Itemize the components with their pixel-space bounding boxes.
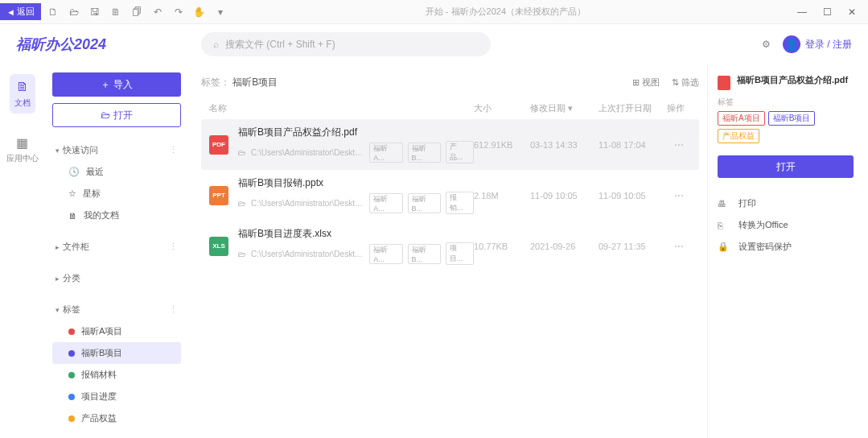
close-icon[interactable]: ✕ bbox=[848, 6, 856, 18]
export-icon[interactable]: 🗍 bbox=[131, 6, 142, 18]
file-name: 福昕B项目报销.pptx bbox=[238, 176, 474, 190]
sidebar-tag-item[interactable]: 福昕A项目 bbox=[52, 320, 181, 342]
open-file-icon[interactable]: 🗁 bbox=[68, 6, 80, 18]
view-toggle[interactable]: ⊞ 视图 bbox=[632, 76, 660, 89]
search-input[interactable]: ⌕ 搜索文件 (Ctrl + Shift + F) bbox=[201, 32, 491, 56]
main: 🗎 文档 ▦ 应用中心 ＋ 导入 🗁 打开 ▾快速访问 ⋮ 🕓最近☆星标🗎我的文… bbox=[0, 64, 868, 438]
file-path: C:\Users\Administrator\Deskto... bbox=[251, 250, 364, 258]
sidebar-tag-item[interactable]: 产品权益 bbox=[52, 407, 181, 429]
section-quick[interactable]: ▾快速访问 ⋮ bbox=[52, 139, 181, 161]
tag-dot-icon bbox=[68, 350, 75, 357]
new-file-icon[interactable]: 🗋 bbox=[47, 6, 59, 18]
save-icon[interactable]: 🖫 bbox=[89, 6, 101, 18]
file-size: 612.91KB bbox=[474, 140, 530, 150]
sidebar-tag-item[interactable]: 福昕B项目 bbox=[52, 342, 181, 364]
undo-icon[interactable]: ↶ bbox=[152, 6, 163, 18]
detail-action[interactable]: 🔒设置密码保护 bbox=[718, 236, 854, 258]
file-name: 福昕B项目产品权益介绍.pdf bbox=[238, 126, 474, 139]
col-modified[interactable]: 修改日期 ▾ bbox=[530, 102, 599, 114]
back-arrow-icon: ◄ bbox=[6, 7, 15, 17]
file-size: 10.77KB bbox=[474, 242, 530, 251]
pdf-icon: PDF bbox=[209, 135, 228, 155]
import-button[interactable]: ＋ 导入 bbox=[52, 72, 181, 97]
file-path: C:\Users\Administrator\Deskto... bbox=[251, 148, 364, 157]
col-size[interactable]: 大小 bbox=[474, 102, 530, 114]
more-icon[interactable]: ⋮ bbox=[169, 304, 178, 315]
chevron-down-icon: ▾ bbox=[56, 306, 60, 314]
file-tag-chip: 报销... bbox=[446, 192, 474, 214]
section-category[interactable]: ▸分类 bbox=[52, 267, 181, 289]
row-more-icon[interactable]: ⋯ bbox=[667, 241, 691, 252]
item-icon: ☆ bbox=[68, 188, 76, 199]
folder-tiny-icon: 🗁 bbox=[238, 250, 246, 258]
sidebar-quick-item[interactable]: ☆星标 bbox=[52, 183, 181, 205]
chevron-right-icon: ▸ bbox=[56, 243, 60, 251]
tag-dot-icon bbox=[68, 328, 75, 335]
sidebar-tag-item[interactable]: 报销材料 bbox=[52, 364, 181, 386]
column-headers: 名称 大小 修改日期 ▾ 上次打开日期 操作 bbox=[201, 97, 699, 119]
maximize-icon[interactable]: ☐ bbox=[823, 6, 832, 18]
detail-action[interactable]: ⎘转换为Office bbox=[718, 214, 854, 236]
back-button[interactable]: ◄ 返回 bbox=[0, 3, 41, 20]
detail-action[interactable]: 🖶打印 bbox=[718, 192, 854, 214]
col-name[interactable]: 名称 bbox=[209, 102, 474, 114]
login-button[interactable]: 👤 登录 / 注册 bbox=[783, 35, 852, 53]
more-icon[interactable]: ⋮ bbox=[169, 145, 178, 155]
file-lastopen: 11-09 10:05 bbox=[599, 191, 667, 200]
file-row[interactable]: XLS 福昕B项目进度表.xlsx 🗁 C:\Users\Administrat… bbox=[201, 221, 699, 271]
file-tag-chip: 产品... bbox=[446, 141, 474, 163]
item-icon: 🕓 bbox=[68, 167, 80, 177]
action-icon: ⎘ bbox=[718, 221, 730, 230]
file-size: 2.18M bbox=[474, 191, 530, 200]
sidebar-quick-item[interactable]: 🗎我的文档 bbox=[52, 205, 181, 226]
breadcrumb-row: 标签： 福昕B项目 ⊞ 视图 ⇅ 筛选 bbox=[201, 72, 699, 97]
rail-apps[interactable]: ▦ 应用中心 bbox=[2, 130, 43, 169]
section-cabinet[interactable]: ▸文件柜 ⋮ bbox=[52, 236, 181, 258]
section-tags[interactable]: ▾标签 ⋮ bbox=[52, 299, 181, 320]
folder-icon: 🗁 bbox=[101, 110, 110, 121]
detail-tag-label: 标签 bbox=[718, 97, 854, 108]
grid-icon: ⊞ bbox=[632, 77, 642, 87]
file-tag-chip: 福昕A... bbox=[369, 143, 402, 163]
dropdown-icon[interactable]: ▾ bbox=[215, 6, 226, 18]
file-modified: 11-09 10:05 bbox=[530, 191, 599, 200]
document-icon: 🗎 bbox=[14, 79, 31, 95]
avatar-icon: 👤 bbox=[783, 35, 800, 53]
file-modified: 2021-09-26 bbox=[530, 242, 599, 251]
minimize-icon[interactable]: — bbox=[797, 6, 807, 18]
row-more-icon[interactable]: ⋯ bbox=[667, 190, 691, 201]
file-tag-chip: 福昕B... bbox=[408, 244, 441, 264]
xlsx-icon: XLS bbox=[209, 237, 228, 256]
more-icon[interactable]: ⋮ bbox=[169, 242, 178, 252]
open-button[interactable]: 🗁 打开 bbox=[52, 103, 181, 127]
redo-icon[interactable]: ↷ bbox=[173, 6, 184, 18]
tag-dot-icon bbox=[68, 394, 75, 400]
detail-tag[interactable]: 福昕B项目 bbox=[768, 111, 816, 126]
chevron-down-icon: ▾ bbox=[56, 147, 60, 155]
hand-icon[interactable]: ✋ bbox=[194, 6, 205, 18]
file-tag-chip: 项目... bbox=[446, 242, 474, 265]
detail-open-button[interactable]: 打开 bbox=[718, 155, 854, 178]
filter-toggle[interactable]: ⇅ 筛选 bbox=[672, 76, 699, 89]
col-actions: 操作 bbox=[667, 102, 691, 114]
folder-tiny-icon: 🗁 bbox=[238, 148, 246, 157]
file-row[interactable]: PDF 福昕B项目产品权益介绍.pdf 🗁 C:\Users\Administr… bbox=[201, 119, 699, 170]
col-lastopen[interactable]: 上次打开日期 bbox=[599, 102, 667, 114]
file-row[interactable]: PPT 福昕B项目报销.pptx 🗁 C:\Users\Administrato… bbox=[201, 170, 699, 221]
detail-tag[interactable]: 福昕A项目 bbox=[718, 111, 765, 126]
detail-tag[interactable]: 产品权益 bbox=[718, 129, 759, 143]
file-tag-chip: 福昕B... bbox=[408, 143, 441, 163]
file-tag-chip: 福昕A... bbox=[369, 193, 402, 213]
row-more-icon[interactable]: ⋯ bbox=[667, 139, 691, 151]
detail-panel: 福昕B项目产品权益介绍.pdf 标签 福昕A项目福昕B项目产品权益 打开 🖶打印… bbox=[707, 64, 868, 438]
gear-icon[interactable]: ⚙ bbox=[762, 39, 771, 50]
titlebar: ◄ 返回 🗋 🗁 🖫 🗎 🗍 ↶ ↷ ✋ ▾ 开始 - 福昕办公2024（未经授… bbox=[0, 0, 868, 24]
rail-docs[interactable]: 🗎 文档 bbox=[10, 74, 35, 114]
sidebar-tag-item[interactable]: 项目进度 bbox=[52, 386, 181, 407]
pptx-icon: PPT bbox=[209, 186, 228, 205]
file-path: C:\Users\Administrator\Deskto... bbox=[251, 199, 364, 208]
page-icon[interactable]: 🗎 bbox=[110, 6, 121, 18]
file-list-panel: 标签： 福昕B项目 ⊞ 视图 ⇅ 筛选 名称 大小 修改日期 ▾ 上次打开日期 … bbox=[189, 64, 707, 438]
chevron-right-icon: ▸ bbox=[56, 275, 60, 283]
sidebar-quick-item[interactable]: 🕓最近 bbox=[52, 161, 181, 183]
